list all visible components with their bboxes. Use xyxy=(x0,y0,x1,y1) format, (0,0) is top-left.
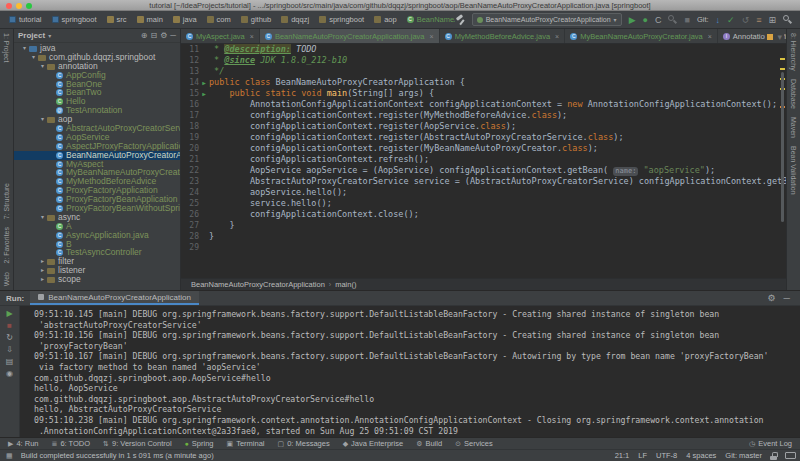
build-hammer-icon[interactable] xyxy=(455,15,465,25)
breadcrumb-method[interactable]: main() xyxy=(335,280,356,289)
inspection-status-icon[interactable] xyxy=(767,34,773,40)
editor-tab-MyMethodBeforeAdvice.java[interactable]: CMyMethodBeforeAdvice.java× xyxy=(440,29,566,43)
editor-tab-MyAspect.java[interactable]: CMyAspect.java× xyxy=(181,29,260,43)
chevron-down-icon[interactable]: ▾ xyxy=(38,213,47,222)
run-tab[interactable]: BeanNameAutoProxyCreatorApplication xyxy=(30,291,199,305)
toolwindow-button-9: Version Control[interactable]: ⇅9: Version Control xyxy=(103,439,172,448)
close-icon[interactable]: × xyxy=(555,33,559,40)
status-segment-21:1[interactable]: 21:1 xyxy=(615,451,630,460)
tree-item-A[interactable]: CA xyxy=(14,222,180,231)
tree-item-BeanNameAutoProxyCreatorApplication[interactable]: CBeanNameAutoProxyCreatorApplication xyxy=(14,151,180,160)
toolwindow-button-4: Run[interactable]: ▶4: Run xyxy=(8,439,39,448)
tree-item-AppConfig[interactable]: CAppConfig xyxy=(14,71,180,80)
toolwindow-button-6: TODO[interactable]: ≣6: TODO xyxy=(52,439,91,448)
tool-strip-label-Web[interactable]: Web xyxy=(3,268,10,290)
tool-strip-label-2: Favorites[interactable]: 2: Favorites xyxy=(3,223,10,268)
toolwindow-button-Services[interactable]: ⊙Services xyxy=(455,439,493,448)
breadcrumb-item[interactable]: com xyxy=(202,15,236,24)
breadcrumb-item[interactable]: src xyxy=(102,15,132,24)
git-revert-button[interactable]: ↺ xyxy=(742,15,750,25)
tool-strip-label-7: Structure[interactable]: 7: Structure xyxy=(3,179,10,223)
inspection-profile-icon[interactable] xyxy=(785,452,794,459)
tree-item-MyBeanNameAutoProxyCreator[interactable]: CMyBeanNameAutoProxyCreator xyxy=(14,168,180,177)
coverage-button[interactable]: C xyxy=(655,15,662,25)
tree-item-ProxyFactoryBeanWithoutSpringApplicati[interactable]: CProxyFactoryBeanWithoutSpringApplicati xyxy=(14,204,180,213)
run-gutter-icon[interactable]: ▶ xyxy=(199,88,209,99)
breadcrumb-item[interactable]: springboot xyxy=(314,15,369,24)
breadcrumb-item[interactable]: tutorial xyxy=(4,15,47,24)
chevron-down-icon[interactable]: ▾ xyxy=(20,44,29,53)
tree-item-ProxyFactoryApplication[interactable]: CProxyFactoryApplication xyxy=(14,186,180,195)
tree-item-Hello[interactable]: CHello xyxy=(14,97,180,106)
breadcrumb-item[interactable]: main xyxy=(132,15,168,24)
breadcrumb-item[interactable]: springboot xyxy=(47,15,102,24)
search-everywhere-button[interactable] xyxy=(783,15,792,24)
code-editor[interactable]: 11 * @description: TODO12 * @since JDK 1… xyxy=(181,44,786,278)
panel-settings-icon[interactable]: ⚙ xyxy=(160,31,167,41)
breadcrumb-item[interactable]: java xyxy=(168,15,202,24)
stop-button[interactable]: ■ xyxy=(684,15,689,25)
toolwindow-button-Terminal[interactable]: ▣Terminal xyxy=(227,439,265,448)
debug-button[interactable]: ● xyxy=(643,15,648,25)
locate-file-icon[interactable]: ⊕ xyxy=(141,31,148,41)
toolwindow-button-Build[interactable]: ⚙Build xyxy=(416,439,442,448)
console-output[interactable]: 09:51:10.145 [main] DEBUG org.springfram… xyxy=(20,306,800,437)
tree-item-AspectJProxyFactoryApplication[interactable]: CAspectJProxyFactoryApplication xyxy=(14,142,180,151)
warning-stripe-mark[interactable] xyxy=(780,58,785,60)
scrollbar-thumb[interactable] xyxy=(781,72,784,222)
tree-item-MyAspect[interactable]: CMyAspect xyxy=(14,160,180,169)
tree-item-AbstractAutoProxyCreatorService[interactable]: CAbstractAutoProxyCreatorService xyxy=(14,124,180,133)
chevron-down-icon[interactable]: ▾ xyxy=(38,62,47,71)
minimize-window-button[interactable] xyxy=(16,3,22,9)
tree-item-java[interactable]: ▾java xyxy=(14,44,180,53)
profiler-icon[interactable] xyxy=(668,15,677,24)
tool-strip-label-8: Hierarchy[interactable]: 8: Hierarchy xyxy=(790,29,797,75)
chevron-down-icon[interactable]: ▾ xyxy=(29,53,38,62)
close-window-button[interactable] xyxy=(6,3,12,9)
breadcrumb-class[interactable]: BeanNameAutoProxyCreatorApplication xyxy=(191,280,325,289)
tree-item-AsyncApplication.java[interactable]: CAsyncApplication.java xyxy=(14,231,180,240)
tree-item-BeanTwo[interactable]: CBeanTwo xyxy=(14,88,180,97)
status-segment-UTF-8[interactable]: UTF-8 xyxy=(656,451,677,460)
warning-stripe-mark[interactable] xyxy=(780,68,785,70)
chevron-down-icon[interactable]: ▾ xyxy=(38,115,47,124)
chevron-down-icon[interactable]: ▾ xyxy=(48,32,51,39)
status-segment-4 spaces[interactable]: 4 spaces xyxy=(686,451,716,460)
tree-item-filter[interactable]: ▸filter xyxy=(14,257,180,266)
editor-tab-BeanNameAutoProxyCreatorApplication.java[interactable]: CBeanNameAutoProxyCreatorApplication.jav… xyxy=(260,29,440,43)
chevron-right-icon[interactable]: ▸ xyxy=(38,266,47,275)
close-icon[interactable]: × xyxy=(708,33,712,40)
restore-layout-button[interactable]: ⊞ xyxy=(768,15,776,25)
toolwindow-button-Java Enterprise[interactable]: ◆Java Enterprise xyxy=(343,439,404,448)
git-update-button[interactable]: ↓ xyxy=(716,15,721,25)
tree-item-annotation[interactable]: ▾annotation xyxy=(14,62,180,71)
restart-icon[interactable]: ↻ xyxy=(6,333,13,342)
toolwindow-button-0: Messages[interactable]: ▢0: Messages xyxy=(278,439,330,448)
status-segment-LF[interactable]: LF xyxy=(638,451,647,460)
tree-item-TestAsyncController[interactable]: CTestAsyncController xyxy=(14,248,180,257)
bookmarks-button[interactable]: ≡ xyxy=(756,15,761,25)
breadcrumb-item[interactable]: github xyxy=(236,15,276,24)
tool-strip-label-Bean Validation[interactable]: Bean Validation xyxy=(790,142,797,199)
zoom-window-button[interactable] xyxy=(26,3,32,9)
tool-strip-label-Database[interactable]: Database xyxy=(790,75,797,113)
run-button[interactable]: ▶ xyxy=(629,15,636,25)
hide-run-panel-icon[interactable]: ─ xyxy=(784,293,790,303)
tree-item-async[interactable]: ▾async xyxy=(14,213,180,222)
close-icon[interactable]: × xyxy=(250,33,254,40)
tree-item-scope[interactable]: ▸scope xyxy=(14,275,180,284)
tree-item-AopService[interactable]: CAopService xyxy=(14,133,180,142)
editor-tab-MyBeanNameAutoProxyCreator.java[interactable]: CMyBeanNameAutoProxyCreator.java× xyxy=(565,29,718,43)
rerun-icon[interactable]: ▶ xyxy=(6,309,12,318)
tree-item-MyMethodBeforeAdvice[interactable]: CMyMethodBeforeAdvice xyxy=(14,177,180,186)
tree-item-B[interactable]: CB xyxy=(14,240,180,249)
editor-scrollbar[interactable] xyxy=(778,44,786,278)
print-icon[interactable]: ▤ xyxy=(6,357,14,366)
status-segment-Git: master[interactable]: Git: master xyxy=(725,451,762,460)
breadcrumb-item[interactable]: CBeanNameAutoProxyCreatorApplication xyxy=(402,15,455,24)
tool-strip-label-Maven[interactable]: Maven xyxy=(790,113,797,142)
toolwindow-button-Spring[interactable]: ●Spring xyxy=(185,439,214,448)
tree-item-aop[interactable]: ▾aop xyxy=(14,115,180,124)
breadcrumb-item[interactable]: dqqzj xyxy=(276,15,314,24)
run-gutter-icon[interactable]: ▶ xyxy=(199,77,209,88)
